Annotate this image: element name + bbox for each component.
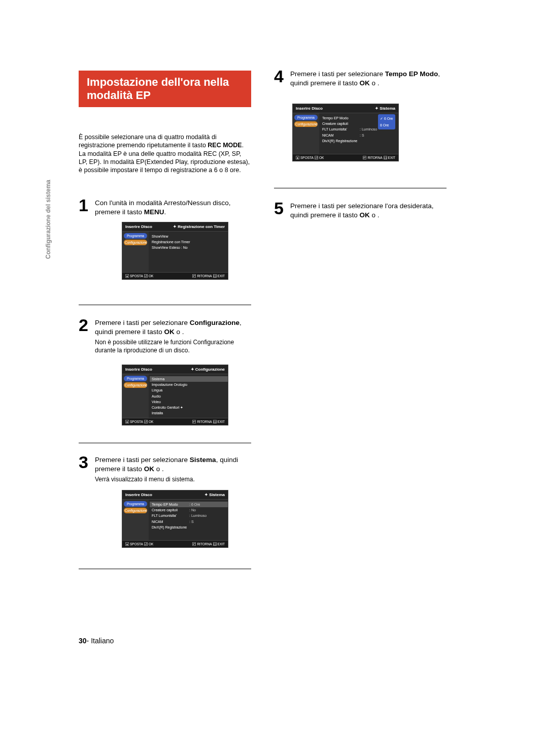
step-note: Non è possibile utilizzare le funzioni C…	[95, 339, 251, 354]
move-icon: ♦	[125, 542, 129, 546]
osd-item: Audio	[152, 393, 225, 399]
osd-row-label: NICAM	[152, 519, 187, 524]
step-3: 3 Premere i tasti per selezionare Sistem…	[79, 454, 251, 484]
osd-item: Registrazione con Timer	[152, 239, 225, 245]
osd-footer: ♦SPOSTA ⏎OK ↶RITORNA ⊡EXIT	[122, 418, 228, 425]
intro-text: È possibile selezionare una di quattro m…	[79, 134, 217, 149]
osd-header-left: Inserire Disco	[296, 106, 323, 111]
label: SPOSTA	[130, 542, 143, 546]
osd-tab-configurazione: Configurazione	[124, 508, 147, 513]
osd-row-label: FLT Lumonisita'	[322, 126, 358, 132]
text: o .	[154, 465, 164, 473]
osd-menu: ShowView Registrazione con Timer ShowVie…	[149, 232, 228, 272]
osd-body: Programma Configurazione Sistema Imposta…	[122, 374, 228, 418]
osd-tabs: Programma Configurazione	[293, 113, 319, 154]
osd-header-right-text: Registrazione con Timer	[178, 224, 225, 229]
separator	[79, 305, 251, 305]
osd-tab-configurazione: Configurazione	[124, 240, 147, 245]
step-number: 5	[274, 201, 285, 216]
osd-item-label: Controllo Genitori ✦	[152, 405, 183, 410]
osd-item: Impostazione Orologio	[152, 382, 225, 387]
text: Premere i tasti per selezionare	[95, 456, 190, 464]
osd-tab-programma: Programma	[294, 115, 318, 120]
osd-header-left: Inserire Disco	[125, 224, 152, 229]
label: OK	[149, 420, 153, 423]
osd-row-label: Tempo EP Modo	[152, 502, 187, 507]
osd-item-selected: Sistema	[150, 376, 228, 382]
osd-body: Programma Configurazione ShowView Regist…	[122, 232, 228, 272]
osd-item-label: Audio	[152, 393, 161, 399]
bold-sistema: Sistema	[190, 456, 216, 464]
label: EXIT	[388, 156, 395, 159]
osd-footer: ♦SPOSTA ⏎OK ↶RITORNA ⊡EXIT	[122, 540, 228, 547]
osd-row-value: : Luminoso	[360, 126, 377, 132]
osd-footer-right: ↶RITORNA ⊡EXIT	[192, 542, 225, 546]
label: EXIT	[218, 542, 225, 546]
osd-item: Controllo Genitori ✦	[152, 405, 225, 410]
osd-item-label: Impostazione Orologio	[152, 382, 187, 387]
intro-paragraph: È possibile selezionare una di quattro m…	[79, 133, 251, 174]
exit-icon: ⊡	[213, 420, 217, 423]
osd-row-value: : S	[360, 133, 364, 138]
exit-icon: ⊡	[213, 542, 217, 546]
osd-popup-options: 6 Ore 8 Ore	[378, 114, 395, 129]
bold-ok: OK	[360, 211, 370, 219]
bold-ok: OK	[144, 465, 154, 473]
label: RITORNA	[367, 156, 382, 159]
osd-footer: ♦SPOSTA ⏎OK ↶RITORNA ⊡EXIT	[122, 272, 228, 279]
osd-row-label: DivX(R) Registrazione	[322, 138, 358, 144]
osd-popup-option: 8 Ore	[378, 122, 395, 128]
return-icon: ↶	[192, 420, 196, 423]
osd-menu: Sistema Impostazione Orologio Lingua Aud…	[149, 374, 228, 418]
osd-row: Creatore capitoli: No	[152, 507, 225, 513]
side-section-label: Configurazione del sistema	[45, 180, 52, 259]
osd-footer: ♦SPOSTA ⏎OK ↶RITORNA ⊡EXIT	[293, 154, 398, 161]
osd-item: Video	[152, 399, 225, 405]
osd-row-label: FLT Lumonisita'	[152, 513, 187, 518]
text: o .	[370, 211, 380, 219]
osd-tab-configurazione: Configurazione	[124, 382, 147, 388]
step-text: Premere i tasti per selezionare Sistema,…	[95, 454, 251, 484]
osd-item-label: Video	[152, 399, 161, 405]
osd-row-label: Creatore capitoli	[322, 121, 358, 126]
osd-screenshot-1: Inserire Disco ✦ Registrazione con Timer…	[122, 222, 228, 280]
osd-row-label: Creatore capitoli	[152, 507, 187, 513]
osd-body: Programma Configurazione Tempo EP Modo C…	[293, 113, 398, 154]
bold-configurazione: Configurazione	[190, 319, 239, 326]
osd-menu: Tempo EP Modo: 6 Ore Creatore capitoli: …	[149, 500, 228, 540]
osd-row-value: : No	[189, 507, 196, 513]
osd-tabs: Programma Configurazione	[122, 374, 149, 418]
bold-menu: MENU	[144, 208, 164, 216]
text: o .	[370, 79, 380, 87]
label: RITORNA	[197, 542, 212, 546]
text: Premere i tasti per selezionare	[95, 319, 190, 326]
ok-icon: ⏎	[315, 156, 318, 159]
page-title: Impostazione dell'ora nella modalità EP	[79, 71, 251, 107]
label: OK	[149, 542, 153, 546]
return-icon: ↶	[363, 156, 366, 159]
exit-icon: ⊡	[384, 156, 387, 159]
osd-screenshot-3: Inserire Disco ✦ Sistema Programma Confi…	[122, 490, 228, 548]
text: Premere i tasti per selezionare	[290, 70, 385, 78]
osd-tab-programma: Programma	[124, 233, 147, 239]
osd-item: Lingua	[152, 387, 225, 393]
return-icon: ↶	[192, 542, 196, 546]
osd-row: DivX(R) Registrazione	[322, 138, 395, 144]
osd-header-left: Inserire Disco	[125, 492, 152, 497]
osd-header: Inserire Disco ✦ Configurazione	[122, 365, 228, 374]
step-text: Con l'unità in modalità Arresto/Nessun d…	[95, 198, 251, 217]
osd-header: Inserire Disco ✦ Sistema	[293, 104, 398, 113]
osd-item-label: Installa	[152, 410, 163, 416]
osd-header-right: ✦ Sistema	[204, 492, 225, 497]
osd-row-label: Tempo EP Modo	[322, 115, 358, 121]
move-icon: ♦	[296, 156, 299, 159]
bold-ok: OK	[360, 79, 370, 87]
separator	[79, 569, 251, 569]
osd-header-right-text: Configurazione	[195, 367, 225, 372]
osd-tab-programma: Programma	[124, 376, 147, 381]
bold-ok: OK	[164, 328, 175, 336]
text: o .	[175, 328, 184, 336]
osd-footer-right: ↶RITORNA ⊡EXIT	[363, 156, 395, 159]
osd-header-left: Inserire Disco	[125, 367, 152, 372]
footer-language: Italiano	[91, 637, 114, 645]
